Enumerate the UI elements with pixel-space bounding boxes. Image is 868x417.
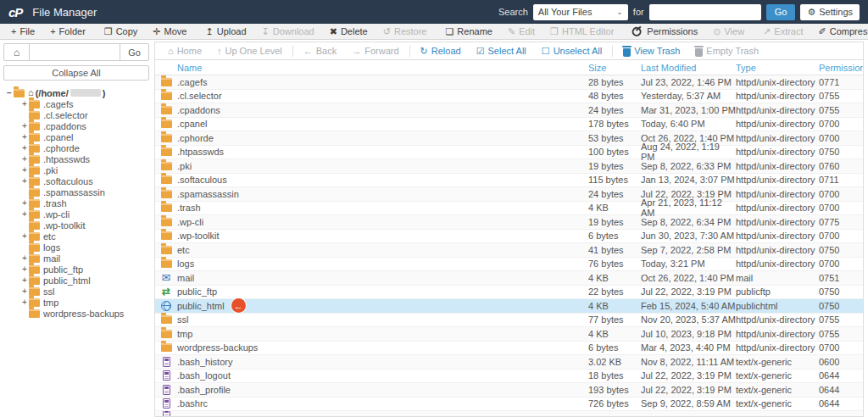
column-last-modified[interactable]: Last Modified — [641, 63, 736, 73]
toolbar-button-label: File — [19, 26, 35, 36]
expand-icon[interactable]: + — [20, 176, 29, 186]
table-row--bash-profile[interactable]: .bash_profile193 bytesJul 22, 2022, 3:19… — [155, 383, 863, 398]
file-modified: Nov 20, 2023, 5:37 AM — [641, 314, 736, 325]
row-icon-cell — [155, 175, 177, 184]
toolbar-delete-button[interactable]: ✖Delete — [322, 26, 376, 36]
search-scope-select[interactable]: All Your Files ⌄ — [533, 4, 628, 20]
sidebar-item--pki[interactable]: +.pki — [3, 164, 149, 175]
toolbar-move-button[interactable]: ✛Move — [145, 26, 194, 36]
table-row--spamassassin[interactable]: .spamassassin24 bytesJul 22, 2022, 3:19 … — [155, 187, 863, 202]
sidebar-item-etc[interactable]: +etc — [3, 231, 149, 242]
table-row--cpaddons[interactable]: .cpaddons24 bytesMar 31, 2023, 1:00 PMht… — [155, 103, 863, 118]
toolbar-permissions-button[interactable]: Permissions — [625, 25, 705, 37]
table-row-logs[interactable]: logs76 bytesToday, 3:21 PMhttpd/unix-dir… — [155, 258, 863, 272]
sidebar-item--cl-selector[interactable]: .cl.selector — [3, 109, 149, 120]
sidebar-item--htpasswds[interactable]: +.htpasswds — [3, 153, 149, 164]
table-row--bash-logout[interactable]: .bash_logout18 bytesJul 22, 2022, 3:19 P… — [155, 370, 863, 384]
toolbar-folder-button[interactable]: +Folder — [42, 26, 93, 36]
sidebar-item--spamassassin[interactable]: .spamassassin — [3, 186, 149, 197]
tree-root-home[interactable]: −⌂(/home/) — [3, 87, 149, 98]
file-permissions: 0700 — [819, 133, 863, 143]
search-input[interactable] — [649, 4, 761, 20]
table-row-public-ftp[interactable]: ⇄public_ftp22 bytesJul 22, 2022, 3:19 PM… — [155, 286, 863, 300]
file-permissions: 0750 — [819, 245, 863, 255]
sidebar-item-wordpress-backups[interactable]: wordpress-backups — [3, 308, 149, 319]
table-row--wp-toolkit[interactable]: .wp-toolkit6 bytesJun 30, 2023, 7:30 AMh… — [155, 230, 863, 244]
nav-unselect-all-button[interactable]: ☐Unselect All — [534, 46, 609, 56]
expand-icon[interactable]: + — [20, 121, 29, 131]
table-row-wordpress-backups[interactable]: wordpress-backups6 bytesMar 4, 2023, 4:4… — [155, 342, 863, 356]
file-type: httpd/unix-directory — [736, 329, 819, 339]
nav-select-all-button[interactable]: ☑Select All — [469, 46, 534, 56]
settings-button[interactable]: ⚙Settings — [800, 4, 860, 20]
table-row--wp-cli[interactable]: .wp-cli19 bytesSep 8, 2022, 6:34 PMhttpd… — [155, 215, 863, 230]
sidebar-item--cpaddons[interactable]: +.cpaddons — [3, 120, 149, 131]
sidebar-item-ssl[interactable]: +ssl — [3, 286, 149, 297]
toolbar-rename-button[interactable]: ❏Rename — [437, 26, 499, 36]
table-row-mail[interactable]: ✉mail4 KBOct 26, 2022, 1:40 PMmail0751 — [155, 271, 863, 286]
sidebar-item--wp-toolkit[interactable]: .wp-toolkit — [3, 220, 149, 231]
table-row--cphorde[interactable]: .cphorde53 bytesOct 26, 2022, 1:40 PMhtt… — [155, 131, 863, 146]
home-icon[interactable]: ⌂ — [4, 44, 30, 60]
nav-reload-button[interactable]: ↻Reload — [413, 46, 469, 56]
table-row-ssl[interactable]: ssl77 bytesNov 20, 2023, 5:37 AMhttpd/un… — [155, 314, 863, 328]
toolbar-upload-button[interactable]: ↥Upload — [198, 26, 253, 36]
expand-icon[interactable]: + — [20, 209, 29, 219]
sidebar-item-logs[interactable]: logs — [3, 242, 149, 253]
expand-icon[interactable]: + — [20, 154, 29, 164]
path-input[interactable] — [30, 44, 120, 60]
expand-icon[interactable]: + — [20, 198, 29, 208]
path-go-button[interactable]: Go — [120, 44, 148, 60]
collapse-all-button[interactable]: Collapse All — [3, 65, 149, 81]
file-modified: Mar 4, 2023, 4:40 PM — [641, 342, 736, 353]
table-row-public-html[interactable]: public_html←4 KBFeb 15, 2024, 5:40 AMpub… — [155, 299, 863, 314]
column-permissions[interactable]: Permissions — [819, 63, 863, 73]
expand-icon[interactable]: + — [20, 99, 29, 108]
sidebar-item--trash[interactable]: +.trash — [3, 197, 149, 208]
directory-tree: −⌂(/home/)+.cagefs.cl.selector+.cpaddons… — [3, 87, 149, 319]
toolbar-copy-button[interactable]: ❐Copy — [97, 26, 146, 36]
table-row--bash-history[interactable]: .bash_history3.02 KBNov 8, 2022, 11:11 A… — [155, 355, 863, 370]
table-row--trash[interactable]: .trash4 KBApr 21, 2023, 11:12 AMhttpd/un… — [155, 202, 863, 216]
sidebar-item-public-html[interactable]: +public_html — [3, 275, 149, 286]
expand-icon[interactable]: + — [20, 297, 29, 307]
nav-button-label: Unselect All — [554, 46, 602, 56]
expand-icon[interactable]: + — [20, 132, 29, 142]
sidebar-item-mail[interactable]: +mail — [3, 253, 149, 264]
table-row--cpanel[interactable]: .cpanel178 bytesToday, 6:40 PMhttpd/unix… — [155, 118, 863, 132]
nav-view-trash-button[interactable]: View Trash — [615, 46, 687, 57]
sidebar-item--cphorde[interactable]: +.cphorde — [3, 142, 149, 153]
expand-icon[interactable]: + — [20, 286, 29, 296]
expand-icon[interactable]: + — [20, 165, 29, 175]
expand-icon[interactable]: + — [20, 143, 29, 153]
file-size: 4 KB — [588, 329, 641, 339]
sidebar-item--cpanel[interactable]: +.cpanel — [3, 131, 149, 142]
table-row--pki[interactable]: .pki19 bytesSep 8, 2022, 6:33 PMhttpd/un… — [155, 159, 863, 174]
table-row-etc[interactable]: etc41 bytesSep 7, 2022, 2:58 PMhttpd/uni… — [155, 243, 863, 258]
toolbar-file-button[interactable]: +File — [3, 26, 42, 36]
table-row--htpasswds[interactable]: .htpasswds100 bytesAug 24, 2022, 1:19 PM… — [155, 146, 863, 160]
sidebar-item--wp-cli[interactable]: +.wp-cli — [3, 208, 149, 220]
table-row-tmp[interactable]: tmp4 KBJul 10, 2023, 9:18 PMhttpd/unix-d… — [155, 327, 863, 342]
table-row--softaculous[interactable]: .softaculous115 bytesJan 13, 2024, 3:07 … — [155, 174, 863, 188]
sidebar-item-tmp[interactable]: +tmp — [3, 297, 149, 308]
file-name: .trash — [177, 203, 201, 213]
column-size[interactable]: Size — [588, 63, 641, 73]
expand-icon[interactable]: + — [20, 264, 29, 274]
sidebar-item-public-ftp[interactable]: +public_ftp — [3, 264, 149, 275]
column-type[interactable]: Type — [736, 63, 819, 73]
folder-icon — [161, 162, 172, 170]
expand-icon[interactable]: + — [20, 231, 29, 241]
toolbar-compress-button[interactable]: ✐Compress — [811, 26, 868, 36]
search-go-button[interactable]: Go — [766, 4, 796, 20]
table-row--cagefs[interactable]: .cagefs28 bytesJul 23, 2022, 1:46 PMhttp… — [155, 75, 863, 90]
expand-icon[interactable]: + — [20, 253, 29, 263]
table-row--cl-selector[interactable]: .cl.selector48 bytesYesterday, 5:37 AMht… — [155, 90, 863, 104]
file-name-cell: .bashrc — [177, 398, 588, 409]
column-name[interactable]: Name — [155, 63, 588, 73]
expand-icon[interactable]: + — [20, 275, 29, 285]
collapse-icon[interactable]: − — [5, 88, 14, 97]
sidebar-item--softaculous[interactable]: +.softaculous — [3, 175, 149, 186]
sidebar-item--cagefs[interactable]: +.cagefs — [3, 98, 149, 109]
table-row--bashrc[interactable]: .bashrc726 bytesSep 9, 2022, 8:59 AMtext… — [155, 398, 863, 412]
